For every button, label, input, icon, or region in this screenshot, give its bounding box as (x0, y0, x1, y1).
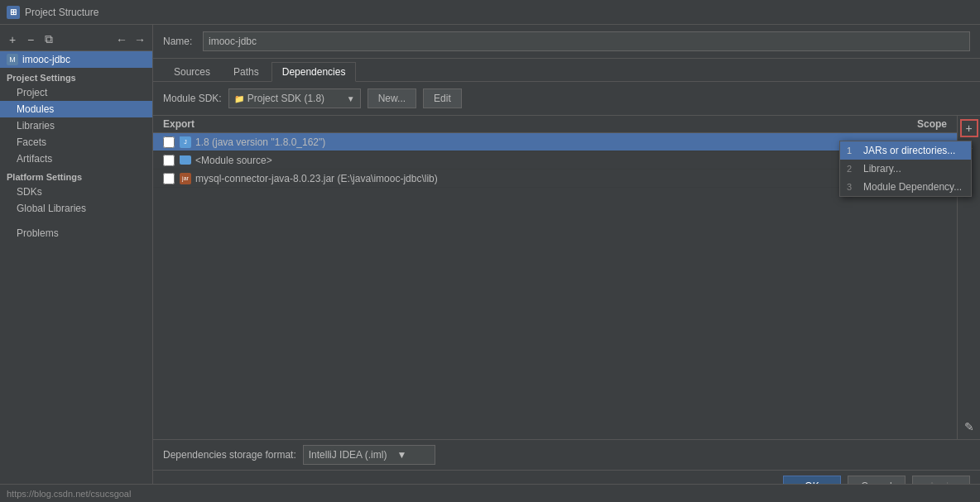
name-input[interactable] (203, 31, 970, 51)
dropdown-num-3: 3 (847, 182, 858, 192)
module-icon: M (7, 54, 18, 65)
dropdown-item-library[interactable]: 2 Library... (840, 160, 971, 178)
project-settings-header: Project Settings (0, 68, 152, 84)
jdk-folder-icon: J (180, 136, 191, 148)
project-structure-icon: ⊞ (7, 6, 20, 19)
sidebar-item-libraries[interactable]: Libraries (0, 117, 152, 134)
sidebar-toolbar: + − ⧉ ← → (0, 28, 152, 51)
dropdown-item-module-dep[interactable]: 3 Module Dependency... (840, 178, 971, 196)
sdk-folder-icon: 📁 (234, 94, 244, 103)
dropdown-label-module-dep: Module Dependency... (863, 181, 962, 193)
dialog-header: ⊞ Project Structure (0, 0, 980, 25)
export-header: Export (163, 118, 881, 130)
nav-forward-button[interactable]: → (132, 32, 147, 47)
sidebar-item-project[interactable]: Project (0, 84, 152, 101)
nav-back-button[interactable]: ← (114, 32, 129, 47)
dropdown-num-2: 2 (847, 164, 858, 174)
dep-table-header: Export Scope (153, 116, 957, 133)
sdk-row: Module SDK: 📁 Project SDK (1.8) ▼ New...… (153, 82, 980, 116)
main-content: + − ⧉ ← → M imooc-jdbc Project Settings … (0, 25, 980, 502)
status-url: https://blog.csdn.net/csucsgoal (7, 489, 131, 499)
dep-table-container: Export Scope J 1.8 (java version "1.8.0_… (153, 116, 957, 439)
sidebar: + − ⧉ ← → M imooc-jdbc Project Settings … (0, 25, 153, 502)
sdk-dropdown-arrow: ▼ (347, 94, 355, 103)
dep-format-arrow: ▼ (396, 449, 406, 461)
add-module-button[interactable]: + (5, 32, 20, 47)
dep-format-row: Dependencies storage format: IntelliJ ID… (153, 439, 980, 470)
jar-icon: jar (180, 173, 191, 184)
dep-format-label: Dependencies storage format: (163, 449, 296, 461)
dropdown-label-library: Library... (863, 163, 901, 175)
sdk-edit-button[interactable]: Edit (423, 88, 462, 108)
sdk-label: Module SDK: (163, 93, 222, 104)
sidebar-item-artifacts[interactable]: Artifacts (0, 151, 152, 167)
sdk-value: Project SDK (1.8) (247, 93, 343, 104)
module-name: imooc-jdbc (22, 54, 70, 65)
remove-module-button[interactable]: − (23, 32, 38, 47)
scope-header: Scope (881, 118, 947, 130)
name-row: Name: (153, 25, 980, 59)
platform-settings-header: Platform Settings (0, 167, 152, 184)
source-folder-icon (180, 155, 191, 165)
dep-add-button[interactable]: + (960, 119, 978, 137)
dep-format-select[interactable]: IntelliJ IDEA (.iml) ▼ (303, 445, 435, 465)
dep-checkbox-jdk[interactable] (163, 136, 175, 148)
copy-module-button[interactable]: ⧉ (41, 32, 56, 47)
tab-paths[interactable]: Paths (223, 62, 270, 81)
dep-checkbox-source[interactable] (163, 155, 175, 166)
sidebar-item-facets[interactable]: Facets (0, 134, 152, 151)
tab-dependencies[interactable]: Dependencies (271, 62, 357, 82)
dep-format-value: IntelliJ IDEA (.iml) (309, 449, 387, 461)
sidebar-item-global-libraries[interactable]: Global Libraries (0, 200, 152, 217)
sidebar-item-problems[interactable]: Problems (0, 225, 152, 241)
dialog-title: Project Structure (25, 7, 98, 18)
sdk-new-button[interactable]: New... (368, 88, 416, 108)
sidebar-module-item[interactable]: M imooc-jdbc (0, 51, 152, 68)
tab-sources[interactable]: Sources (163, 62, 221, 81)
sidebar-item-sdks[interactable]: SDKs (0, 184, 152, 200)
tabs-bar: Sources Paths Dependencies (153, 59, 980, 82)
dep-item-jar-text: mysql-connector-java-8.0.23.jar (E:\java… (195, 173, 881, 184)
dep-item-source-text: <Module source> (195, 155, 881, 166)
dep-checkbox-jar[interactable] (163, 173, 175, 184)
dialog-container: ⊞ Project Structure + − ⧉ ← → M imooc-jd… (0, 0, 980, 502)
dep-edit-button[interactable]: ✎ (960, 418, 978, 436)
dropdown-label-jars: JARs or directories... (863, 145, 955, 156)
dep-row-source[interactable]: <Module source> (153, 151, 957, 170)
dropdown-popup: 1 JARs or directories... 2 Library... 3 … (839, 141, 972, 197)
sdk-select[interactable]: 📁 Project SDK (1.8) ▼ (228, 88, 361, 108)
status-bar: https://blog.csdn.net/csucsgoal (0, 484, 980, 502)
name-label: Name: (163, 36, 196, 47)
dropdown-num-1: 1 (847, 146, 858, 155)
dep-row-jdk[interactable]: J 1.8 (java version "1.8.0_162") (153, 133, 957, 151)
dep-item-jdk-text: 1.8 (java version "1.8.0_162") (195, 136, 881, 148)
right-panel: Name: Sources Paths Dependencies Module … (153, 25, 980, 502)
dropdown-item-jars[interactable]: 1 JARs or directories... (840, 141, 971, 160)
sidebar-item-modules[interactable]: Modules (0, 101, 152, 117)
dep-row-jar[interactable]: jar mysql-connector-java-8.0.23.jar (E:\… (153, 170, 957, 188)
nav-toolbar: ← → (114, 32, 147, 47)
